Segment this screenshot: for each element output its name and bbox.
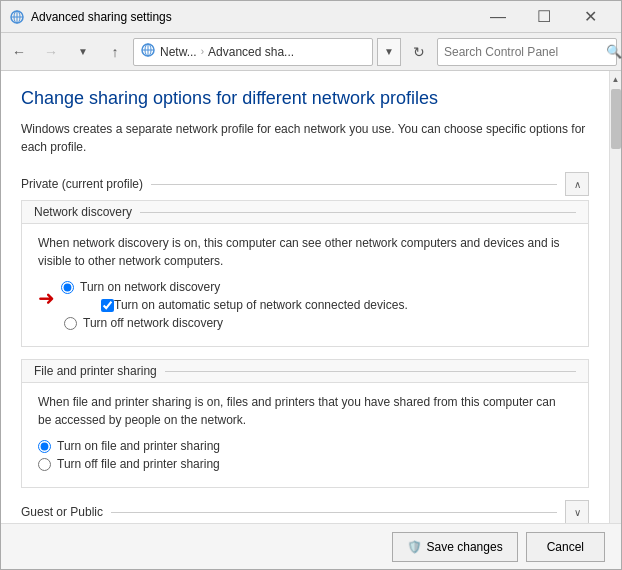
radio-turn-on-file-sharing[interactable] — [38, 440, 51, 453]
main-window: Advanced sharing settings — ☐ ✕ ← → ▼ ↑ … — [0, 0, 622, 570]
radio-turn-on-file-sharing-label: Turn on file and printer sharing — [57, 439, 220, 453]
guest-section-line — [111, 512, 557, 513]
path-part2: Advanced sha... — [208, 45, 294, 59]
network-discovery-line — [140, 212, 576, 213]
refresh-button[interactable]: ↻ — [405, 38, 433, 66]
minimize-button[interactable]: — — [475, 1, 521, 33]
title-bar-controls: — ☐ ✕ — [475, 1, 613, 33]
close-button[interactable]: ✕ — [567, 1, 613, 33]
checkbox-auto-setup[interactable] — [101, 299, 114, 312]
guest-section-title: Guest or Public — [21, 505, 103, 519]
up-button[interactable]: ↑ — [101, 38, 129, 66]
dropdown-button[interactable]: ▼ — [69, 38, 97, 66]
save-changes-label: Save changes — [427, 540, 503, 554]
file-printer-sharing-title: File and printer sharing — [34, 364, 157, 378]
title-bar-icon — [9, 9, 25, 25]
back-button[interactable]: ← — [5, 38, 33, 66]
file-printer-sharing-header: File and printer sharing — [22, 360, 588, 383]
network-discovery-header: Network discovery — [22, 201, 588, 224]
file-printer-sharing-description: When file and printer sharing is on, fil… — [38, 393, 572, 429]
title-bar-text: Advanced sharing settings — [31, 10, 475, 24]
search-icon: 🔍 — [600, 44, 622, 59]
option-row-on: Turn on network discovery — [61, 280, 408, 294]
private-section-header: Private (current profile) ∧ — [21, 172, 589, 196]
scrollbar-thumb[interactable] — [611, 89, 621, 149]
network-discovery-body: When network discovery is on, this compu… — [22, 224, 588, 346]
file-printer-sharing-section: File and printer sharing When file and p… — [21, 359, 589, 488]
save-changes-button[interactable]: 🛡️ Save changes — [392, 532, 518, 562]
file-printer-sharing-line — [165, 371, 576, 372]
title-bar: Advanced sharing settings — ☐ ✕ — [1, 1, 621, 33]
radio-turn-on-discovery[interactable] — [61, 281, 74, 294]
option-row-file-off: Turn off file and printer sharing — [38, 457, 572, 471]
checkbox-auto-setup-label: Turn on automatic setup of network conne… — [114, 298, 408, 312]
cancel-button[interactable]: Cancel — [526, 532, 605, 562]
option-turn-on-discovery: Turn on network discovery Turn on automa… — [61, 280, 408, 316]
scrollbar[interactable]: ▲ — [609, 71, 621, 523]
radio-turn-off-discovery-label: Turn off network discovery — [83, 316, 223, 330]
guest-section-toggle[interactable]: ∨ — [565, 500, 589, 523]
address-path[interactable]: Netw... › Advanced sha... — [133, 38, 373, 66]
arrow-indicator: ➜ — [38, 286, 55, 310]
radio-turn-off-discovery[interactable] — [64, 317, 77, 330]
page-title: Change sharing options for different net… — [21, 87, 589, 110]
scrollbar-up-arrow[interactable]: ▲ — [610, 71, 622, 87]
radio-turn-off-file-sharing[interactable] — [38, 458, 51, 471]
maximize-button[interactable]: ☐ — [521, 1, 567, 33]
footer: 🛡️ Save changes Cancel — [1, 523, 621, 569]
search-input[interactable] — [438, 45, 600, 59]
path-icon — [140, 42, 156, 61]
private-section-toggle[interactable]: ∧ — [565, 172, 589, 196]
page-description: Windows creates a separate network profi… — [21, 120, 589, 156]
path-part1: Netw... — [160, 45, 197, 59]
option-row-file-on: Turn on file and printer sharing — [38, 439, 572, 453]
main-content: Change sharing options for different net… — [1, 71, 609, 523]
path-dropdown-button[interactable]: ▼ — [377, 38, 401, 66]
forward-button[interactable]: → — [37, 38, 65, 66]
network-discovery-section: Network discovery When network discovery… — [21, 200, 589, 347]
guest-section-header: Guest or Public ∨ — [21, 500, 589, 523]
radio-turn-off-file-sharing-label: Turn off file and printer sharing — [57, 457, 220, 471]
address-bar: ← → ▼ ↑ Netw... › Advanced sha... ▼ ↻ 🔍 — [1, 33, 621, 71]
network-discovery-title: Network discovery — [34, 205, 132, 219]
search-box[interactable]: 🔍 — [437, 38, 617, 66]
file-printer-sharing-body: When file and printer sharing is on, fil… — [22, 383, 588, 487]
private-section-title: Private (current profile) — [21, 177, 143, 191]
radio-turn-on-discovery-label: Turn on network discovery — [80, 280, 220, 294]
option-row-off: Turn off network discovery — [64, 316, 572, 330]
shield-icon: 🛡️ — [407, 539, 423, 555]
sub-option-auto-setup: Turn on automatic setup of network conne… — [101, 298, 408, 312]
content-area: Change sharing options for different net… — [1, 71, 621, 523]
network-discovery-description: When network discovery is on, this compu… — [38, 234, 572, 270]
path-chevron-1: › — [201, 46, 204, 57]
private-section-line — [151, 184, 557, 185]
